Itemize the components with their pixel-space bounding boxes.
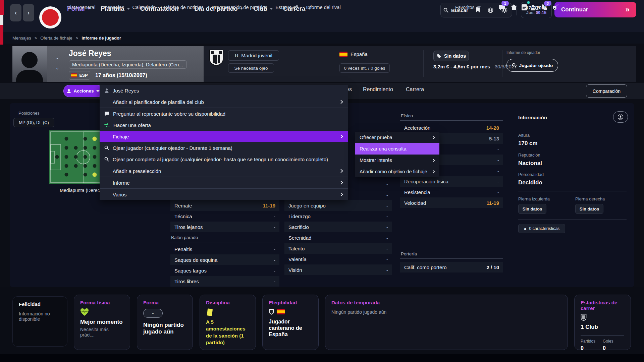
breadcrumb: Mensajes > Oferta de fichaje > Informe d…: [0, 32, 644, 44]
attribute-row[interactable]: Tiros lejanos-: [170, 222, 279, 232]
menu-item-label: Añadir al planificador de plantilla del …: [113, 99, 336, 105]
value-text: Sin datos: [444, 53, 466, 59]
subnav-vista-general[interactable]: Vista general: [67, 5, 95, 10]
attribute-label: Resistencia: [404, 189, 430, 195]
card-felicidad[interactable]: Felicidad Información no disponible: [12, 296, 67, 347]
breadcrumb-oferta[interactable]: Oferta de fichaje: [40, 36, 72, 41]
player-positions[interactable]: Mediapunta (Derecha, Izquierda), Delante…: [69, 60, 187, 69]
menu-item-scout-player-full[interactable]: Ojear por completo al jugador (cualquier…: [100, 154, 348, 165]
subnav-label: Mensajes: [103, 5, 124, 10]
attribute-row[interactable]: Saques largos-: [170, 265, 279, 276]
chevron-right-icon: [432, 159, 435, 162]
nation-row[interactable]: España: [339, 51, 368, 57]
positions-chip[interactable]: MP (DI), DL (C): [13, 118, 54, 127]
positions-title: Posiciones: [18, 111, 40, 116]
attribute-row[interactable]: Penaltis-: [170, 244, 279, 254]
edge-logo-red: [0, 0, 4, 15]
wage-value: 3,2m € - 4,5m € por mes: [433, 64, 490, 69]
world-button[interactable]: [484, 3, 497, 17]
attribute-row[interactable]: Talento-: [284, 243, 392, 254]
player-prev-button[interactable]: ⌃: [56, 58, 59, 62]
card-estadisticas-carrera[interactable]: Estadísticas de carrer 1 Club Partidos 0…: [574, 295, 631, 350]
club-shortcut[interactable]: [509, 0, 518, 15]
menu-item-make-offer[interactable]: Hacer una oferta: [100, 119, 348, 131]
attribute-row[interactable]: Serenidad-: [284, 232, 392, 243]
card-forma[interactable]: Forma - Ningún partido jugado aún: [137, 295, 193, 350]
attribute-row[interactable]: Recuperación física-: [400, 176, 503, 187]
card-disciplina[interactable]: Disciplina A 5 amonestaciones de la sanc…: [200, 295, 256, 350]
menu-item-ask-agent[interactable]: Preguntar al representante sobre su disp…: [100, 108, 348, 119]
attribute-row[interactable]: Tiros libres-: [170, 276, 279, 287]
card-elegibilidad[interactable]: Elegibilidad Jugador canterano de España: [262, 295, 319, 350]
house-icon: [511, 4, 517, 11]
nav-back-button[interactable]: ‹: [10, 4, 21, 21]
menu-item-informe[interactable]: Informe: [100, 177, 348, 188]
nationality-chip[interactable]: ESP: [69, 71, 90, 80]
attribute-row[interactable]: Valentía-: [284, 254, 392, 264]
menu-item-fichaje[interactable]: Fichaje: [100, 131, 348, 142]
divider: [581, 335, 624, 336]
staff-shortcut[interactable]: [551, 0, 560, 15]
submenu-item-realizar-consulta[interactable]: Realizar una consulta: [355, 143, 439, 155]
player-silhouette: [12, 46, 47, 82]
attribute-value: -: [274, 224, 275, 230]
subnav-estatus[interactable]: Estatus: [275, 5, 298, 10]
notification-dot: [527, 1, 530, 4]
profile-view-button[interactable]: [613, 111, 628, 123]
divider: [518, 191, 627, 191]
yellow-card-icon: [206, 308, 250, 317]
menu-item-scout-player-week[interactable]: Ojear jugador (cualquier ojeador - Duran…: [100, 142, 348, 154]
attribute-row[interactable]: Liderazgo-: [284, 211, 392, 222]
tab-rendimiento[interactable]: Rendimiento: [363, 86, 393, 93]
transfer-news-shortcut[interactable]: [520, 0, 529, 15]
menu-item-varios[interactable]: Varios: [100, 189, 348, 200]
breadcrumb-separator: >: [76, 36, 78, 41]
attribute-row[interactable]: Calif. como portero2 / 10: [400, 262, 503, 273]
attribute-row[interactable]: Saques de esquina-: [170, 254, 279, 265]
menu-item-player-name[interactable]: José Reyes: [100, 85, 348, 96]
submenu-item-ofrecer-prueba[interactable]: Ofrecer prueba: [355, 132, 439, 143]
search-icon: [443, 8, 448, 13]
subnav-calendario[interactable]: Calendario: [132, 5, 156, 10]
subnav-pagina-de-noticias[interactable]: Página de noticias: [164, 5, 204, 10]
scouted-player-button[interactable]: Jugador ojeado: [506, 59, 558, 72]
tab-label: Carrera: [406, 86, 424, 92]
favorites-dropdown[interactable]: Favoritos: [455, 0, 481, 15]
subnav-informe-del-rival[interactable]: Informe del rival: [306, 5, 340, 10]
continue-button[interactable]: Continuar »: [554, 2, 636, 17]
attribute-row[interactable]: Remate11-19: [170, 200, 279, 211]
stat-value: 0: [603, 345, 613, 351]
attribute-row[interactable]: Juego en equipo-: [284, 200, 392, 211]
subnav-programacion-de-partidos[interactable]: Programación de partidos: [212, 5, 267, 10]
card-datos-temporada[interactable]: Datos de temporada Ningún partido jugado…: [325, 295, 568, 350]
attribute-row[interactable]: Técnica-: [170, 211, 279, 222]
compare-button[interactable]: Comparación: [586, 84, 627, 98]
fm-logo[interactable]: [39, 6, 61, 28]
club-name-chip[interactable]: R. Madrid juvenil: [228, 50, 279, 61]
breadcrumb-mensajes[interactable]: Mensajes: [12, 36, 31, 41]
nav-forward-button[interactable]: ›: [23, 4, 34, 21]
player-next-button[interactable]: ⌃: [56, 66, 59, 70]
attribute-label: Calif. como portero: [404, 264, 447, 270]
submenu-item-mostrar-interes[interactable]: Mostrar interés: [355, 155, 439, 166]
attribute-row[interactable]: Velocidad11-19: [400, 197, 503, 208]
attribute-row[interactable]: Visión-: [284, 264, 392, 275]
menu-item-add-to-shortlist[interactable]: Añadir a preselección: [100, 165, 348, 177]
attribute-value: -: [386, 235, 388, 241]
attribute-row[interactable]: Resistencia-: [400, 187, 503, 197]
subnav-mensajes[interactable]: Mensajes: [103, 5, 124, 10]
attribute-label: Tiros libres: [174, 279, 199, 284]
calls-shortcut[interactable]: 3: [540, 0, 549, 15]
attribute-row[interactable]: Sacrificio-: [284, 222, 392, 232]
inbox-shortcut[interactable]: 1: [498, 0, 506, 15]
transfer-arrows-icon: [104, 123, 110, 127]
scouting-shortcut[interactable]: [530, 0, 539, 15]
player-photo[interactable]: [12, 46, 47, 82]
submenu-item-objetivo-fichaje[interactable]: Añadir como objetivo de fichaje: [355, 166, 439, 177]
tab-carrera[interactable]: Carrera: [406, 86, 424, 93]
card-forma-fisica[interactable]: Forma física Mejor momento Necesita más …: [74, 295, 130, 350]
menu-item-add-to-squad-planner[interactable]: Añadir al planificador de plantilla del …: [100, 96, 348, 108]
club-badge[interactable]: [209, 49, 224, 66]
actions-button[interactable]: Acciones: [63, 85, 103, 97]
traits-chip[interactable]: ◆ 0 características: [518, 224, 565, 233]
